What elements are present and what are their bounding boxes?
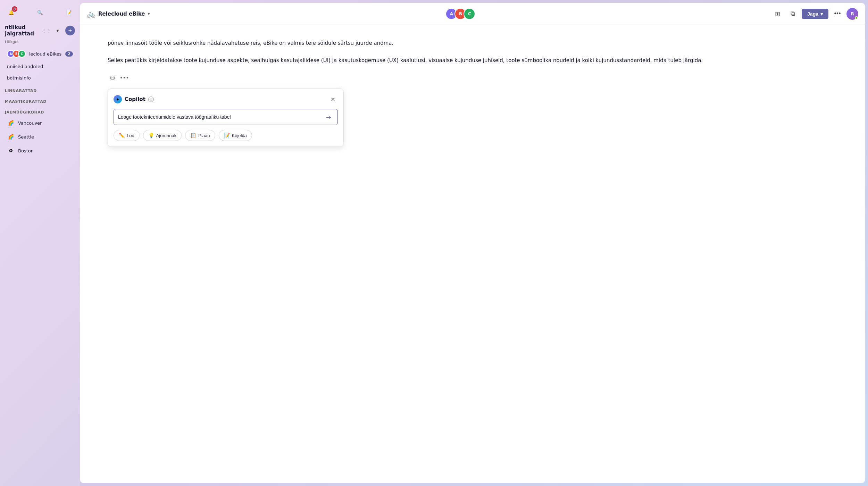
document-content: põnev linnasõit tööle või seiklusrohke n…	[80, 25, 865, 483]
channel-name: lecloud eBikes	[29, 51, 61, 57]
channel-badge: 2	[65, 51, 73, 57]
topbar-chevron-icon: ▾	[148, 11, 150, 16]
online-indicator	[855, 16, 858, 19]
sidebar-item-info[interactable]: botmisinfo	[2, 73, 78, 83]
seattle-icon: 🌈	[7, 133, 15, 141]
copilot-info-button[interactable]: ℹ	[148, 97, 154, 102]
describe-icon: 📝	[224, 133, 230, 138]
copilot-input[interactable]	[118, 114, 321, 120]
doc-paragraph-1: põnev linnasõit tööle või seiklusrohke n…	[108, 39, 837, 48]
plan-icon: 📋	[190, 133, 196, 138]
sidebar-item-vancouver[interactable]: 🌈 Vancouver	[2, 116, 78, 129]
sidebar-subtext: i liikget	[0, 39, 80, 47]
filter-icon[interactable]: ⋮⋮	[42, 26, 51, 35]
bike-icon: 🚲	[87, 10, 95, 18]
copilot-title-row: ✦ Copilot ℹ	[114, 95, 154, 103]
add-channel-button[interactable]: +	[65, 26, 75, 35]
more-options-button[interactable]: •••	[831, 8, 844, 20]
brainstorm-label: Ajurünnak	[156, 133, 177, 138]
section-linnarattad: Linnarattad	[0, 84, 80, 94]
apps-button[interactable]: ⊞	[771, 8, 784, 20]
vancouver-icon: 🌈	[7, 119, 15, 127]
user-avatar[interactable]: R	[846, 8, 858, 20]
copilot-action-describe[interactable]: 📝 Kirjelda	[219, 130, 252, 141]
vancouver-label: Vancouver	[18, 120, 42, 126]
copilot-action-create[interactable]: ✏️ Loo	[114, 130, 140, 141]
sidebar-item-seattle[interactable]: 🌈 Seattle	[2, 130, 78, 143]
share-label: Jaga	[807, 11, 818, 17]
copilot-logo: ✦	[114, 95, 122, 103]
collaborator-avatar-3[interactable]: C	[464, 8, 475, 20]
copilot-title: Copilot	[125, 96, 145, 102]
copilot-panel: ✦ Copilot ℹ ✕ → ✏️ Loo 💡 Ajurünnak	[108, 89, 344, 147]
plan-label: Plaan	[198, 133, 210, 138]
main-content-wrapper: 🚲 Relecloud eBike ▾ A B C ⊞ ⧉ Jaga ▾ •••…	[80, 3, 865, 483]
boston-icon: ♻️	[7, 147, 15, 154]
boston-label: Boston	[18, 148, 34, 153]
sidebar-item-boston[interactable]: ♻️ Boston	[2, 144, 78, 157]
brainstorm-icon: 💡	[148, 133, 154, 138]
reaction-bar: 😊 •••	[108, 73, 837, 83]
channel-avatars: A B C	[7, 50, 26, 58]
share-chevron-icon: ▾	[820, 11, 823, 17]
topbar-title-text: Relecloud eBike	[98, 11, 145, 17]
document-title[interactable]: 🚲 Relecloud eBike ▾	[87, 10, 150, 18]
copilot-input-row: →	[114, 109, 338, 125]
notification-badge: 8	[12, 6, 17, 12]
sidebar-heading-row: ntlikud jalgrattad ⋮⋮ ▾ +	[0, 22, 80, 39]
compose-button[interactable]: 📝	[62, 6, 75, 19]
sidebar-item-personal-data[interactable]: nniised andmed	[2, 61, 78, 72]
copilot-header: ✦ Copilot ℹ ✕	[114, 94, 338, 104]
sidebar-item-channel[interactable]: A B C lecloud eBikes 2	[2, 47, 78, 60]
section-jaemyygikohad: Jaemüügikohad	[0, 105, 80, 116]
sidebar: 🔔 8 🔍 📝 ntlikud jalgrattad ⋮⋮ ▾ + i liik…	[0, 0, 80, 486]
topbar-actions: ⊞ ⧉ Jaga ▾ ••• R	[771, 8, 858, 20]
create-label: Loo	[127, 133, 134, 138]
section-maastikurattad: Maastikurattad	[0, 94, 80, 105]
copilot-action-brainstorm[interactable]: 💡 Ajurünnak	[143, 130, 182, 141]
sidebar-heading-icons: ⋮⋮ ▾	[42, 26, 62, 35]
copilot-send-button[interactable]: →	[324, 112, 333, 122]
copilot-action-plan[interactable]: 📋 Plaan	[185, 130, 215, 141]
topbar: 🚲 Relecloud eBike ▾ A B C ⊞ ⧉ Jaga ▾ •••…	[80, 3, 865, 25]
personal-data-label: nniised andmed	[7, 64, 43, 69]
info-label: botmisinfo	[7, 75, 31, 81]
create-icon: ✏️	[119, 133, 125, 138]
chevron-down-icon[interactable]: ▾	[53, 26, 62, 35]
copilot-close-button[interactable]: ✕	[328, 94, 338, 104]
avatar-3: C	[18, 50, 26, 58]
collaborator-avatars: A B C	[445, 8, 475, 20]
topbar-center: A B C	[154, 8, 767, 20]
share-button[interactable]: Jaga ▾	[802, 9, 828, 19]
sidebar-top-icons: 🔔 8 🔍 📝	[0, 0, 80, 22]
search-button[interactable]: 🔍	[34, 6, 46, 19]
copilot-actions: ✏️ Loo 💡 Ajurünnak 📋 Plaan 📝 Kirjelda	[114, 130, 338, 141]
duplicate-button[interactable]: ⧉	[786, 8, 799, 20]
notifications-button[interactable]: 🔔 8	[5, 6, 17, 19]
emoji-reaction-button[interactable]: 😊	[108, 73, 117, 83]
describe-label: Kirjelda	[232, 133, 247, 138]
doc-paragraph-2: Selles peatükis kirjeldatakse toote kuju…	[108, 56, 837, 65]
more-reaction-button[interactable]: •••	[119, 73, 129, 83]
seattle-label: Seattle	[18, 134, 34, 140]
sidebar-heading: ntlikud jalgrattad	[5, 24, 39, 37]
